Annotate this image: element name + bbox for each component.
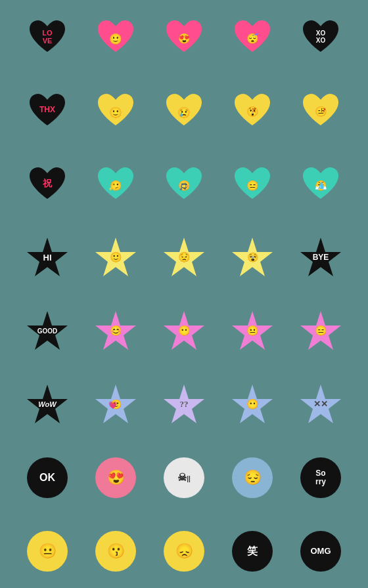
pink-heart-smile: 🙂 <box>95 18 136 56</box>
bye-black-star: BYE <box>298 235 343 280</box>
cell-r8c3[interactable]: 😞 <box>151 516 217 587</box>
cell-r3c3[interactable]: 😊 🎵 <box>151 148 217 219</box>
laugh-circle: 笑 <box>232 531 273 572</box>
cell-r1c2[interactable]: 🙂 <box>83 1 149 72</box>
blue-star-blank: 😶 <box>230 382 275 427</box>
cell-r6c2[interactable]: 🙂 💗 <box>83 369 149 440</box>
wow-black-star: WoW <box>25 382 70 427</box>
yellow-star-dizzy: 😵 ✦ <box>230 235 275 280</box>
cell-r7c5[interactable]: Sorry <box>288 442 354 513</box>
cell-r5c3[interactable]: 😶 <box>151 295 217 366</box>
yellow-circle-sad: 😞 <box>164 531 204 572</box>
yellow-heart-smile: 🙂 <box>95 91 136 129</box>
cell-r6c5[interactable]: ✕✕ <box>288 369 354 440</box>
cell-r8c1[interactable]: 😐 <box>14 516 80 587</box>
cell-r1c1[interactable]: LOVE <box>14 1 80 72</box>
cell-r2c3[interactable]: 😢 <box>151 75 217 146</box>
cell-r2c2[interactable]: 🙂 <box>83 75 149 146</box>
blue-circle-sad: 😔 <box>232 457 273 498</box>
yellow-heart-surprised: 😲 !! <box>232 91 273 129</box>
cell-r4c2[interactable]: 🙂 <box>83 222 149 293</box>
teal-heart-sparkle: 🙂 ✨ <box>95 165 136 203</box>
cell-r5c2[interactable]: 😊 <box>83 295 149 366</box>
cell-r6c3[interactable]: ?? <box>151 369 217 440</box>
cell-r7c1[interactable]: OK <box>14 442 80 513</box>
ok-circle: OK <box>27 457 68 498</box>
yellow-heart-neutral: 😑 !? <box>300 91 341 129</box>
cell-r6c4[interactable]: 😶 <box>219 369 285 440</box>
love-black-heart: LOVE <box>27 18 68 56</box>
cell-r5c4[interactable]: 😐 <box>219 295 285 366</box>
yellow-heart-cry: 😢 <box>164 91 204 129</box>
yellow-circle-kiss: 😗 <box>95 531 136 572</box>
sorry-circle: Sorry <box>300 457 341 498</box>
teal-heart-angry: 😤 💧 <box>300 165 341 203</box>
pink-heart-sleepy: 😴 <box>232 18 273 56</box>
pink-star-unamused: 😑 <box>298 308 343 353</box>
cell-r3c2[interactable]: 🙂 ✨ <box>83 148 149 219</box>
yellow-star-smile: 🙂 <box>93 235 138 280</box>
cell-r7c3[interactable]: ☠|| <box>151 442 217 513</box>
blue-star-xx: ✕✕ <box>298 382 343 427</box>
pink-star-kissy: 😶 <box>162 308 206 353</box>
pink-star-plain: 😐 <box>230 308 275 353</box>
cell-r2c4[interactable]: 😲 !! <box>219 75 285 146</box>
cell-r8c5[interactable]: OMG <box>288 516 354 587</box>
omg-circle: OMG <box>300 531 341 572</box>
blue-star-love: 🙂 💗 <box>93 382 138 427</box>
cell-r6c1[interactable]: WoW <box>14 369 80 440</box>
celebrate-black-heart: 祝 <box>27 165 68 203</box>
cell-r4c5[interactable]: BYE <box>288 222 354 293</box>
hi-black-star: HI <box>25 235 70 280</box>
cell-r3c5[interactable]: 😤 💧 <box>288 148 354 219</box>
cell-r1c5[interactable]: XOXO <box>288 1 354 72</box>
yellow-circle-neutral: 😐 <box>27 531 68 572</box>
cell-r4c1[interactable]: HI <box>14 222 80 293</box>
cell-r1c3[interactable]: 😍 <box>151 1 217 72</box>
cell-r2c1[interactable]: THX <box>14 75 80 146</box>
cell-r1c4[interactable]: 😴 <box>219 1 285 72</box>
xoxo-black-heart: XOXO <box>300 18 341 56</box>
purple-star-question: ?? <box>162 382 206 427</box>
pink-circle-hearteyes: 😍 <box>95 457 136 498</box>
cell-r3c4[interactable]: 😑 <box>219 148 285 219</box>
emoji-grid: LOVE 🙂 😍 😴 XOXO THX <box>9 0 359 588</box>
cell-r4c4[interactable]: 😵 ✦ <box>219 222 285 293</box>
good-black-star: GOOD <box>25 308 70 353</box>
pink-star-smile: 😊 <box>93 308 138 353</box>
cell-r7c4[interactable]: 😔 <box>219 442 285 513</box>
cell-r4c3[interactable]: 😟 ✨ <box>151 222 217 293</box>
cell-r2c5[interactable]: 😑 !? <box>288 75 354 146</box>
cell-r7c2[interactable]: 😍 <box>83 442 149 513</box>
cell-r8c4[interactable]: 笑 <box>219 516 285 587</box>
thx-black-heart: THX <box>27 91 68 129</box>
cell-r5c1[interactable]: GOOD <box>14 295 80 366</box>
yellow-star-worried: 😟 ✨ <box>162 235 206 280</box>
cell-r8c2[interactable]: 😗 <box>83 516 149 587</box>
teal-heart-blank: 😑 <box>232 165 273 203</box>
teal-heart-music: 😊 🎵 <box>164 165 204 203</box>
cell-r3c1[interactable]: 祝 <box>14 148 80 219</box>
white-circle-skull: ☠|| <box>164 457 204 498</box>
pink-heart-hearteyes: 😍 <box>164 18 204 56</box>
cell-r5c5[interactable]: 😑 <box>288 295 354 366</box>
